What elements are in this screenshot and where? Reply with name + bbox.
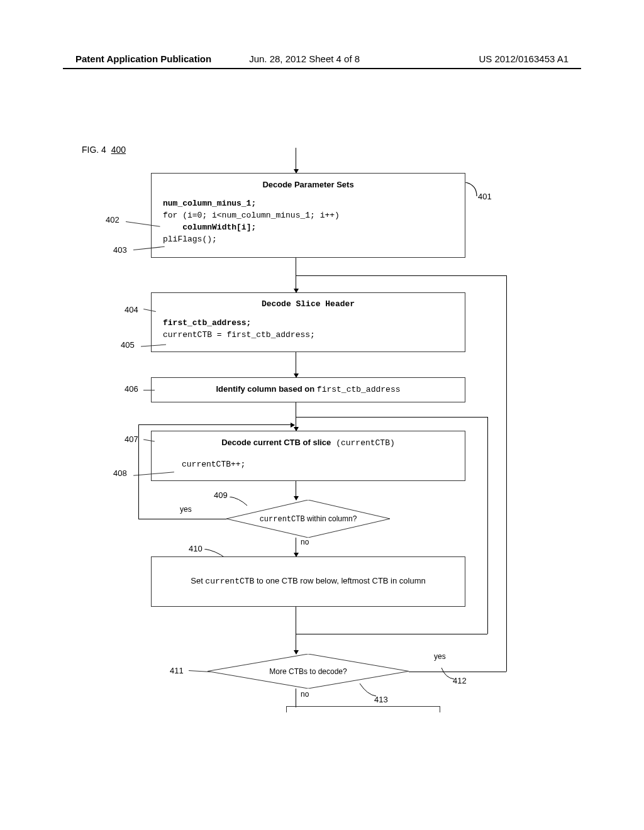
figure-label: FIG. 4 400 [82, 145, 126, 155]
d409-yes-label: yes [180, 505, 192, 514]
conn-409-yes-h2 [138, 424, 294, 425]
diamond-409-text: currentCTB within column? [260, 514, 357, 524]
header-center: Jun. 28, 2012 Sheet 4 of 8 [249, 53, 360, 64]
exit-fragment [286, 706, 440, 712]
d411-yes-label: yes [434, 652, 446, 661]
arrow-410-411 [296, 607, 296, 654]
box-decode-slice-header: Decode Slice Header first_ctb_address; c… [151, 292, 465, 352]
conn-inner-bottom [296, 634, 487, 634]
header-right: US 2012/0163453 A1 [479, 53, 569, 64]
page-header: Patent Application Publication Jun. 28, … [0, 53, 644, 64]
leader-406 [143, 390, 155, 390]
diamond-411-text: More CTBs to decode? [269, 667, 347, 676]
box-407-title: Decode current CTB of slice (currentCTB) [163, 438, 453, 448]
conn-inner-right [487, 417, 488, 634]
decision-within-column: currentCTB within column? [226, 500, 390, 538]
label-403: 403 [113, 245, 127, 255]
label-406: 406 [125, 384, 138, 394]
decision-more-ctbs: More CTBs to decode? [208, 654, 409, 689]
box-406-text: Identify column based on first_ctb_addre… [216, 384, 401, 394]
header-left: Patent Application Publication [75, 53, 211, 64]
conn-outer-top [296, 275, 506, 276]
label-410: 410 [189, 544, 203, 553]
label-405: 405 [121, 340, 135, 350]
label-409: 409 [214, 490, 228, 500]
arrow-411-exit [296, 689, 296, 707]
box-404-code: first_ctb_address; currentCTB = first_ct… [163, 318, 453, 341]
arrow-407-409 [296, 481, 296, 500]
conn-409-yes-h [138, 519, 226, 519]
box-408-line: currentCTB++; [163, 459, 453, 471]
conn-411-yes [409, 672, 506, 672]
d409-no-label: no [301, 538, 309, 546]
box-401-title: Decode Parameter Sets [163, 180, 453, 189]
box-404-title: Decode Slice Header [163, 299, 453, 309]
label-411: 411 [170, 666, 184, 675]
box-401-code: num_column_minus_1; for (i=0; i<num_colu… [163, 198, 453, 245]
arrow-entry [296, 148, 296, 173]
leader-401 [465, 182, 481, 198]
box-410-text: Set currentCTB to one CTB row below, lef… [191, 576, 426, 586]
box-identify-column: Identify column based on first_ctb_addre… [151, 377, 465, 402]
header-rule [63, 68, 581, 69]
box-decode-current-ctb: Decode current CTB of slice (currentCTB)… [151, 431, 465, 481]
label-408: 408 [113, 468, 127, 478]
label-407: 407 [125, 434, 138, 444]
box-set-current-ctb: Set currentCTB to one CTB row below, lef… [151, 556, 465, 607]
conn-outer-right [506, 275, 507, 672]
leader-409 [230, 497, 248, 509]
arrow-409-410 [296, 538, 296, 556]
conn-409-yes-v [138, 424, 139, 519]
label-404: 404 [125, 305, 138, 314]
arrow-404-406 [296, 352, 296, 377]
label-402: 402 [106, 215, 119, 224]
leader-413 [358, 682, 377, 698]
conn-inner-top [296, 417, 487, 418]
box-decode-parameter-sets: Decode Parameter Sets num_column_minus_1… [151, 173, 465, 258]
d411-no-label: no [301, 690, 309, 699]
leader-412 [440, 667, 456, 682]
